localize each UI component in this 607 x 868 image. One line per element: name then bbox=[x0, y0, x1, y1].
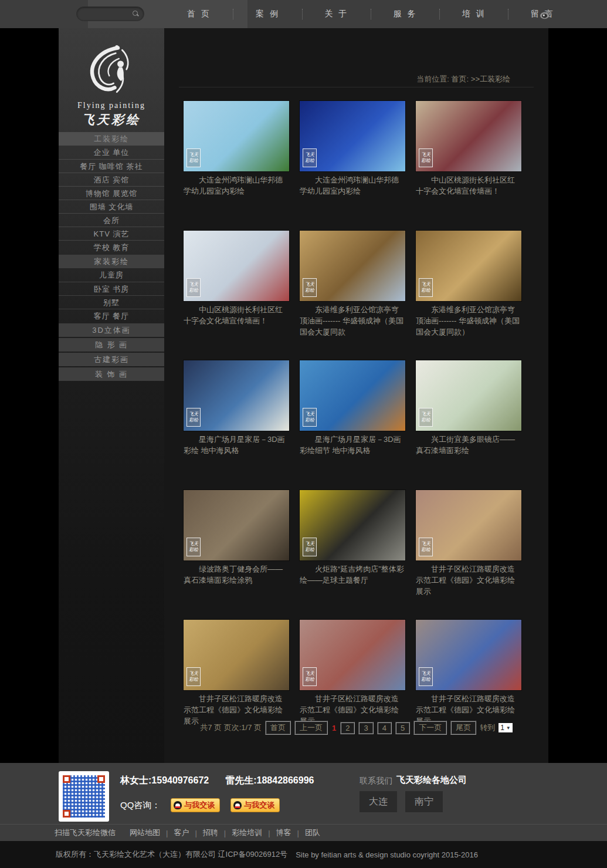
logo[interactable]: Flying painting 飞天彩绘 bbox=[59, 28, 164, 131]
gallery-thumbnail-6[interactable]: 飞天彩绘 bbox=[416, 231, 521, 301]
gallery-cell: 飞天彩绘星海广场月星家居－3D画彩绘细节 地中海风格 bbox=[300, 360, 405, 490]
gallery-caption-1[interactable]: 大连金州鸿玮澜山华邦德学幼儿园室内彩绘 bbox=[184, 175, 289, 197]
gallery-thumbnail-9[interactable]: 飞天彩绘 bbox=[416, 360, 521, 431]
qq-chat-button-1[interactable]: 与我交谈 bbox=[171, 798, 220, 812]
first-page-button[interactable]: 首页 bbox=[265, 721, 291, 735]
page-button-4[interactable]: 4 bbox=[377, 722, 392, 734]
link-separator: | bbox=[268, 829, 270, 837]
gallery-caption-5[interactable]: 东港维多利亚公馆凉亭穹顶油画------- 华盛顿成神（美国国会大厦同款 bbox=[300, 305, 405, 338]
copyright-en: Site by feitian arts & design studio coy… bbox=[296, 850, 478, 859]
gallery-thumbnail-13[interactable]: 飞天彩绘 bbox=[184, 620, 289, 690]
city-button-大连[interactable]: 大连 bbox=[360, 791, 397, 812]
sidebar-item-围墙文化墙[interactable]: 围墙 文化墙 bbox=[59, 200, 164, 213]
gallery-thumbnail-1[interactable]: 飞天彩绘 bbox=[184, 101, 289, 171]
logo-text-en: Flying painting bbox=[59, 101, 164, 110]
watermark-logo: 飞天彩绘 bbox=[186, 408, 201, 427]
page-button-2[interactable]: 2 bbox=[340, 722, 355, 734]
gallery-thumbnail-3[interactable]: 飞天彩绘 bbox=[416, 101, 521, 171]
sidebar: Flying painting 飞天彩绘 工装彩绘企业 单位餐厅 咖啡馆 茶社酒… bbox=[59, 28, 164, 763]
footer-link-3[interactable]: 招聘 bbox=[203, 828, 218, 838]
search-input[interactable] bbox=[83, 9, 133, 19]
gallery-thumbnail-7[interactable]: 飞天彩绘 bbox=[184, 360, 289, 431]
contact-phones: 林女士:15940976672雷先生:18842866996 bbox=[120, 775, 330, 787]
gallery-caption-10[interactable]: 绿波路奥丁健身会所——真石漆墙面彩绘涂鸦 bbox=[184, 564, 289, 586]
nav-separator bbox=[302, 9, 303, 19]
footer-link-6[interactable]: 团队 bbox=[305, 828, 320, 838]
sidebar-section-3D立体画[interactable]: 3D立体画 bbox=[59, 323, 164, 337]
footer-link-4[interactable]: 彩绘培训 bbox=[232, 828, 262, 838]
sidebar-item-卧室书房[interactable]: 卧室 书房 bbox=[59, 282, 164, 295]
gallery-thumbnail-14[interactable]: 飞天彩绘 bbox=[300, 620, 405, 690]
gallery-caption-7[interactable]: 星海广场月星家居－3D画彩绘 地中海风格 bbox=[184, 434, 289, 457]
watermark-logo: 飞天彩绘 bbox=[303, 408, 317, 427]
gallery-thumbnail-11[interactable]: 飞天彩绘 bbox=[300, 490, 405, 560]
gallery-caption-12[interactable]: 甘井子区松江路暖房改造示范工程《德园》文化墙彩绘展示 bbox=[416, 564, 521, 597]
footer-link-5[interactable]: 博客 bbox=[276, 828, 291, 838]
gallery-thumbnail-12[interactable]: 飞天彩绘 bbox=[416, 490, 521, 560]
city-button-南宁[interactable]: 南宁 bbox=[405, 791, 443, 812]
prev-page-button[interactable]: 上一页 bbox=[294, 721, 328, 735]
sidebar-section-家装彩绘[interactable]: 家装彩绘 bbox=[59, 255, 164, 268]
goto-page-select[interactable]: 1 ▼ bbox=[499, 723, 513, 732]
gallery-thumbnail-4[interactable]: 飞天彩绘 bbox=[184, 231, 289, 301]
gallery-thumbnail-2[interactable]: 飞天彩绘 bbox=[300, 101, 405, 171]
sidebar-item-别墅[interactable]: 别墅 bbox=[59, 295, 164, 309]
last-page-button[interactable]: 尾页 bbox=[450, 721, 476, 735]
nav-separator bbox=[439, 9, 440, 19]
sidebar-item-会所[interactable]: 会所 bbox=[59, 213, 164, 227]
footer-link-1[interactable]: 网站地图 bbox=[130, 828, 160, 838]
gallery-grid: 飞天彩绘大连金州鸿玮澜山华邦德学幼儿园室内彩绘飞天彩绘大连金州鸿玮澜山华邦德学幼… bbox=[184, 101, 535, 749]
watermark-logo: 飞天彩绘 bbox=[303, 667, 317, 686]
page-button-3[interactable]: 3 bbox=[358, 722, 373, 734]
main-menu: 首 页案 例关 于服 务培 训留 言 bbox=[176, 0, 566, 28]
sidebar-item-博物馆展览馆[interactable]: 博物馆 展览馆 bbox=[59, 186, 164, 200]
current-page: 1 bbox=[331, 724, 337, 732]
gallery-caption-4[interactable]: 中山区桃源街长利社区红十字会文化墙宣传墙画！ bbox=[184, 305, 289, 327]
footer-link-2[interactable]: 客户 bbox=[174, 828, 189, 838]
watermark-logo: 飞天彩绘 bbox=[186, 538, 201, 556]
phone-lin: 林女士:15940976672 bbox=[120, 775, 209, 785]
nav-item-1[interactable]: 首 页 bbox=[187, 9, 211, 19]
gallery-thumbnail-8[interactable]: 飞天彩绘 bbox=[300, 360, 405, 431]
qq-label: QQ咨询： bbox=[120, 800, 160, 811]
sidebar-item-儿童房[interactable]: 儿童房 bbox=[59, 268, 164, 282]
sidebar-item-学校教育[interactable]: 学校 教育 bbox=[59, 240, 164, 254]
sidebar-section-隐形画[interactable]: 隐 形 画 bbox=[59, 338, 164, 352]
gallery-thumbnail-5[interactable]: 飞天彩绘 bbox=[300, 231, 405, 301]
search-box[interactable] bbox=[76, 6, 144, 21]
top-nav-bar: 首 页案 例关 于服 务培 训留 言 bbox=[0, 0, 607, 28]
goto-label: 转到 bbox=[480, 722, 495, 733]
sidebar-item-KTV演艺[interactable]: KTV 演艺 bbox=[59, 227, 164, 240]
sidebar-section-装饰画[interactable]: 装 饰 画 bbox=[59, 367, 164, 381]
gallery-caption-11[interactable]: 火炬路“延吉烤肉店”整体彩绘——足球主题餐厅 bbox=[300, 564, 405, 586]
gallery-caption-2[interactable]: 大连金州鸿玮澜山华邦德学幼儿园室内彩绘 bbox=[300, 175, 405, 197]
gallery-caption-9[interactable]: 兴工街宜美多眼镜店——真石漆墙面彩绘 bbox=[416, 434, 521, 457]
sidebar-item-餐厅咖啡馆茶社[interactable]: 餐厅 咖啡馆 茶社 bbox=[59, 159, 164, 173]
nav-item-2[interactable]: 案 例 bbox=[256, 9, 280, 19]
watermark-logo: 飞天彩绘 bbox=[303, 278, 317, 297]
gallery-caption-3[interactable]: 中山区桃源街长利社区红十字会文化墙宣传墙画！ bbox=[416, 175, 521, 197]
breadcrumb-home[interactable]: 首页: bbox=[452, 75, 469, 83]
gallery-cell: 飞天彩绘大连金州鸿玮澜山华邦德学幼儿园室内彩绘 bbox=[300, 101, 405, 231]
content-row: Flying painting 飞天彩绘 工装彩绘企业 单位餐厅 咖啡馆 茶社酒… bbox=[59, 28, 548, 763]
gallery-caption-6[interactable]: 东港维多利亚公馆凉亭穹顶油画------- 华盛顿成神（美国国会大厦同款） bbox=[416, 305, 521, 338]
nav-item-5[interactable]: 培 训 bbox=[462, 9, 486, 19]
gallery-thumbnail-10[interactable]: 飞天彩绘 bbox=[184, 490, 289, 560]
sidebar-item-酒店宾馆[interactable]: 酒店 宾馆 bbox=[59, 173, 164, 186]
sidebar-item-企业单位[interactable]: 企业 单位 bbox=[59, 146, 164, 159]
nav-item-3[interactable]: 关 于 bbox=[324, 9, 348, 19]
page-button-5[interactable]: 5 bbox=[395, 722, 410, 734]
next-page-button[interactable]: 下一页 bbox=[413, 721, 447, 735]
sidebar-section-工装彩绘[interactable]: 工装彩绘 bbox=[59, 132, 164, 146]
sidebar-item-客厅餐厅[interactable]: 客厅 餐厅 bbox=[59, 309, 164, 322]
weibo-icon[interactable] bbox=[539, 8, 553, 20]
gallery-thumbnail-15[interactable]: 飞天彩绘 bbox=[416, 620, 521, 690]
nav-item-4[interactable]: 服 务 bbox=[394, 9, 418, 19]
search-icon[interactable] bbox=[133, 11, 139, 17]
watermark-logo: 飞天彩绘 bbox=[303, 148, 317, 167]
page-summary: 共7 页 页次:1/7 页 bbox=[200, 722, 262, 733]
qq-chat-button-2[interactable]: 与我交谈 bbox=[230, 798, 280, 812]
gallery-caption-8[interactable]: 星海广场月星家居－3D画彩绘细节 地中海风格 bbox=[300, 434, 405, 457]
logo-apsara-icon bbox=[84, 45, 138, 96]
sidebar-section-古建彩画[interactable]: 古建彩画 bbox=[59, 353, 164, 366]
